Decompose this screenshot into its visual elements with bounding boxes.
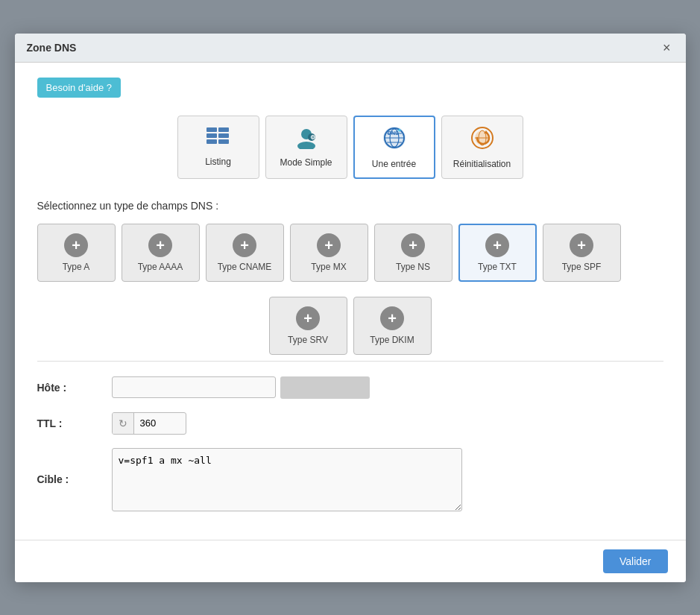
type-a-label: Type A — [63, 262, 90, 272]
hote-row: Hôte : ⚑ — [37, 376, 663, 399]
cible-row: Cible : — [37, 448, 663, 511]
ttl-refresh-button[interactable]: ↻ — [113, 413, 134, 434]
svg-text:⚙: ⚙ — [310, 134, 315, 141]
dns-type-dkim[interactable]: + Type DKIM — [353, 297, 432, 355]
svg-rect-5 — [218, 139, 229, 144]
ttl-row: TTL : ↻ — [37, 412, 663, 435]
reset-icon — [470, 125, 495, 154]
type-aaaa-label: Type AAAA — [138, 262, 183, 272]
modal-body: Besoin d'aide ? Lis — [15, 63, 686, 540]
dns-type-txt[interactable]: + Type TXT — [458, 224, 537, 282]
type-spf-label: Type SPF — [562, 262, 602, 272]
entry-icon: DNS ✦ — [382, 125, 407, 154]
ttl-input[interactable] — [134, 413, 179, 433]
type-dkim-label: Type DKIM — [370, 335, 414, 345]
tab-mode-simple-label: Mode Simple — [280, 157, 332, 168]
type-cname-label: Type CNAME — [218, 262, 272, 272]
hote-label: Hôte : — [37, 382, 112, 394]
modal: Zone DNS × Besoin d'aide ? — [15, 34, 686, 582]
modal-footer: Valider — [15, 540, 686, 582]
cible-textarea[interactable] — [112, 448, 462, 511]
tab-une-entree-label: Une entrée — [372, 159, 416, 169]
modal-overlay: Zone DNS × Besoin d'aide ? — [0, 0, 700, 615]
dns-type-mx[interactable]: + Type MX — [290, 224, 368, 282]
tab-mode-simple[interactable]: ⚙ Mode Simple — [265, 116, 347, 179]
listing-icon — [206, 127, 230, 152]
domain-value — [280, 376, 370, 399]
tab-listing-label: Listing — [205, 157, 231, 167]
svg-text:✦: ✦ — [397, 127, 403, 134]
simple-icon: ⚙ — [295, 127, 318, 153]
dns-type-srv[interactable]: + Type SRV — [269, 297, 347, 355]
type-ns-label: Type NS — [396, 262, 430, 272]
hote-input[interactable] — [112, 376, 276, 398]
dns-type-spf[interactable]: + Type SPF — [543, 224, 621, 282]
tab-une-entree[interactable]: DNS ✦ Une entrée — [353, 116, 435, 179]
plus-icon-aaaa: + — [148, 233, 172, 257]
host-input-wrap: ⚑ — [112, 376, 276, 398]
plus-icon-mx: + — [317, 233, 341, 257]
svg-rect-2 — [206, 133, 217, 138]
type-mx-label: Type MX — [311, 262, 346, 272]
valider-button[interactable]: Valider — [603, 549, 668, 573]
modal-header: Zone DNS × — [15, 34, 686, 63]
nav-tabs: Listing ⚙ Mode Simple — [37, 116, 663, 179]
svg-point-7 — [297, 142, 315, 149]
svg-rect-3 — [218, 133, 229, 138]
help-button[interactable]: Besoin d'aide ? — [37, 78, 122, 98]
type-srv-label: Type SRV — [288, 335, 328, 345]
cible-label: Cible : — [37, 473, 112, 485]
plus-icon-ns: + — [401, 233, 425, 257]
dns-type-ns[interactable]: + Type NS — [374, 224, 453, 282]
plus-icon-txt: + — [485, 233, 509, 257]
plus-icon-srv: + — [296, 306, 320, 330]
form-divider — [37, 361, 663, 362]
dns-type-cname[interactable]: + Type CNAME — [206, 224, 284, 282]
dns-types-row2: + Type SRV + Type DKIM — [37, 297, 663, 355]
dns-type-a[interactable]: + Type A — [37, 224, 116, 282]
plus-icon-a: + — [64, 233, 88, 257]
modal-title: Zone DNS — [27, 42, 77, 54]
dns-type-aaaa[interactable]: + Type AAAA — [122, 224, 200, 282]
svg-rect-4 — [206, 139, 217, 144]
plus-icon-cname: + — [233, 233, 256, 257]
svg-rect-0 — [206, 127, 217, 132]
ttl-wrap: ↻ — [112, 412, 186, 435]
tab-reinitialisation[interactable]: Réinitialisation — [441, 116, 523, 179]
close-button[interactable]: × — [660, 41, 674, 54]
dns-types-row1: + Type A + Type AAAA + Type CNAME + Type… — [37, 224, 663, 282]
svg-rect-1 — [218, 127, 229, 132]
ttl-label: TTL : — [37, 417, 112, 429]
plus-icon-dkim: + — [380, 306, 404, 330]
tab-listing[interactable]: Listing — [177, 116, 259, 179]
hote-input-group: ⚑ — [112, 376, 370, 399]
section-label: Sélectionnez un type de champs DNS : — [37, 200, 663, 212]
tab-reinitialisation-label: Réinitialisation — [453, 159, 511, 169]
type-txt-label: Type TXT — [478, 262, 517, 272]
plus-icon-spf: + — [570, 233, 593, 257]
